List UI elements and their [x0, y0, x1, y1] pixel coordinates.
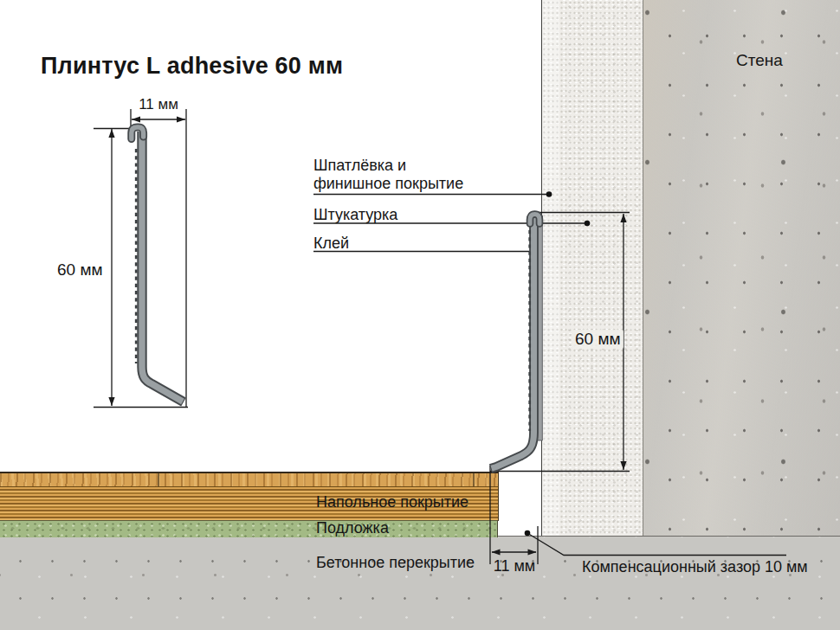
gap-leader: [527, 533, 786, 556]
callout-plaster: Штукатурка: [313, 206, 397, 224]
diagram-canvas: Плинтус L adhesive 60 мм Стена 11 мм 60 …: [0, 0, 840, 630]
page-title: Плинтус L adhesive 60 мм: [41, 53, 343, 80]
callout-putty: Шпатлёвка и финишное покрытие: [313, 157, 487, 193]
label-floor-underlay: Подложка: [316, 519, 389, 537]
left-profile-height-dim: 60 мм: [57, 260, 102, 280]
diagram-linework: [0, 0, 840, 630]
wall-label: Стена: [736, 51, 783, 70]
installed-height-dim: 60 мм: [572, 330, 624, 349]
label-floor-covering: Напольное покрытие: [316, 493, 468, 511]
left-profile-width-dim: 11 мм: [131, 96, 186, 113]
callout-compensation-gap: Компенсационный зазор 10 мм: [582, 558, 808, 576]
left-profile: [132, 127, 184, 402]
label-floor-slab: Бетонное перекрытие: [316, 554, 475, 572]
installed-profile: [491, 215, 543, 469]
installed-bottom-dim: 11 мм: [488, 557, 540, 575]
callout-glue: Клей: [313, 235, 349, 253]
